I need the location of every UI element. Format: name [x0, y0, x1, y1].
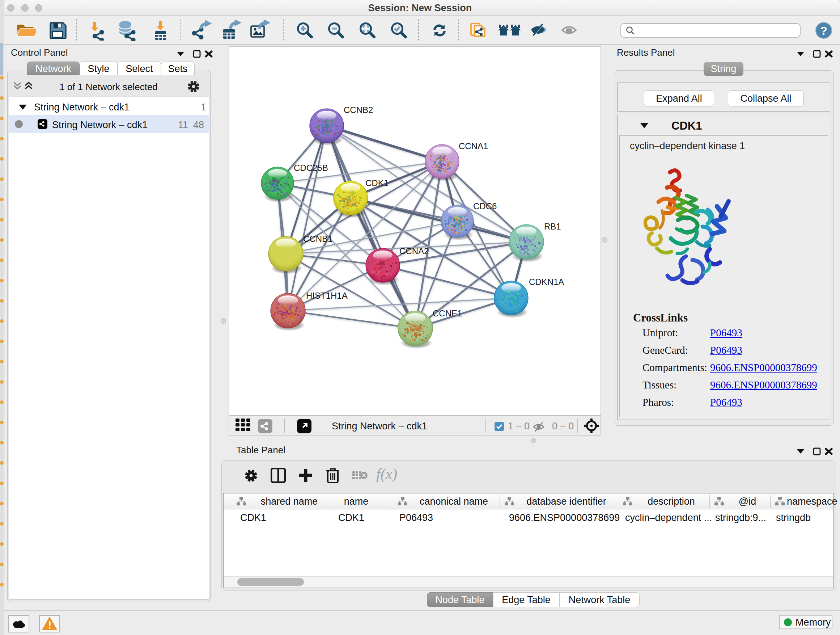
svg-text:CDC25B: CDC25B [294, 163, 328, 173]
svg-text:CCNE1: CCNE1 [433, 309, 462, 318]
svg-text:CCNB1: CCNB1 [303, 234, 332, 244]
svg-text:CCNA2: CCNA2 [399, 246, 429, 256]
svg-text:CDK1: CDK1 [365, 178, 388, 188]
svg-text:CDKN1A: CDKN1A [529, 277, 564, 287]
svg-text:CCNA1: CCNA1 [459, 141, 488, 151]
svg-text:CDC6: CDC6 [473, 201, 497, 211]
svg-text:CCNB2: CCNB2 [344, 105, 373, 115]
svg-text:RB1: RB1 [544, 222, 561, 231]
svg-text:HIST1H1A: HIST1H1A [306, 291, 347, 301]
